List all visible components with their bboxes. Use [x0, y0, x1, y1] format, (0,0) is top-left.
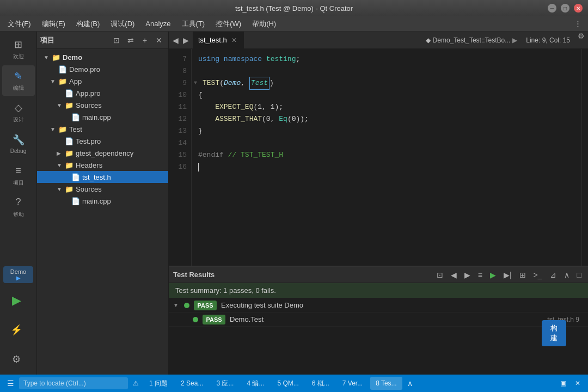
statusbar-tab-issues[interactable]: 1 问题	[144, 377, 173, 390]
sidebar-item-design[interactable]: ◇ 设计	[2, 97, 35, 127]
scrollbar-vertical[interactable]	[581, 49, 588, 266]
proj-add-btn[interactable]: +	[139, 34, 151, 46]
code-content[interactable]: using namespace testing; ▼ TEST(Demo, Te…	[192, 49, 581, 266]
editor-settings-icon[interactable]: ⚙	[574, 32, 588, 48]
kit-selector[interactable]: Demo ▶	[0, 263, 36, 286]
close-button[interactable]: ✕	[574, 4, 583, 13]
proj-filter-btn[interactable]: ⊡	[111, 34, 122, 46]
test-run-icon[interactable]: ▶	[488, 270, 498, 280]
statusbar-tab-tes[interactable]: 8 Tes...	[370, 377, 402, 390]
file-tree: ▼ 📁 Demo ▶ 📄 Demo.pro ▼ 📁 App ▶ 📄 App.pr…	[37, 49, 168, 375]
window-title: tst_test.h (Test @ Demo) - Qt Creator	[235, 4, 353, 13]
sidebar-stop-button[interactable]: ⚙	[0, 345, 33, 373]
tree-item-app-sources[interactable]: ▼ 📁 Sources	[37, 99, 168, 111]
sidebar-item-help[interactable]: ? 帮助	[2, 192, 35, 222]
sidebar-label-projects: 项目	[13, 179, 24, 187]
test-filter-icon[interactable]: ⊡	[434, 270, 445, 280]
sidebar-item-debug[interactable]: 🔧 Debug	[2, 128, 35, 159]
test-maximize-icon[interactable]: □	[575, 270, 584, 280]
statusbar-tab-search[interactable]: 2 Sea...	[175, 377, 209, 390]
tree-item-tst-test[interactable]: ▶ 📄 tst_test.h	[37, 171, 168, 183]
test-run-selected-icon[interactable]: ⊞	[517, 270, 528, 280]
statusbar-container: ☰ ⚠ 1 问题 2 Sea... 3 应... 4 编... 5 QM... …	[0, 375, 588, 392]
statusbar-menu-icon[interactable]: ☰	[4, 377, 17, 389]
statusbar-tab-qm[interactable]: 5 QM...	[272, 377, 304, 390]
tree-item-test-main[interactable]: ▶ 📄 main.cpp	[37, 195, 168, 207]
statusbar-tab-edit[interactable]: 4 编...	[241, 377, 270, 390]
menu-help[interactable]: 帮助(H)	[247, 17, 281, 31]
tree-item-app-main[interactable]: ▶ 📄 main.cpp	[37, 111, 168, 123]
welcome-icon: ⊞	[12, 38, 25, 51]
project-panel: 项目 ⊡ ⇄ + ✕ ▼ 📁 Demo ▶ 📄 Demo.pro ▼ 📁 App	[37, 32, 169, 375]
code-line-7: using namespace testing;	[198, 53, 575, 65]
menu-debug[interactable]: 调试(D)	[105, 17, 140, 31]
statusbar-issues-icon[interactable]: ⚠	[130, 378, 142, 389]
tree-item-app-pro[interactable]: ▶ 📄 App.pro	[37, 87, 168, 99]
test-run-all-icon[interactable]: ▶|	[501, 270, 514, 280]
test-row-suite[interactable]: ▼ PASS Executing test suite Demo	[169, 298, 588, 313]
test-terminal-icon[interactable]: >_	[531, 270, 544, 280]
text-cursor	[198, 163, 199, 171]
icon-sidebar: ⊞ 欢迎 ✎ 编辑 ◇ 设计 🔧 Debug ≡ 项目 ? 帮助 Demo	[0, 32, 37, 375]
statusbar-search-input[interactable]	[19, 377, 128, 389]
statusbar-tab-overview[interactable]: 6 概...	[307, 377, 335, 390]
menu-edit[interactable]: 编辑(E)	[36, 17, 71, 31]
build-button[interactable]: 构建	[542, 320, 566, 346]
suite-status-dot	[184, 303, 189, 308]
project-title: 项目	[40, 35, 108, 45]
test-next-icon[interactable]: ▶	[462, 270, 473, 280]
sidebar-item-projects[interactable]: ≡ 项目	[2, 160, 35, 191]
tree-item-demo[interactable]: ▼ 📁 Demo	[37, 51, 168, 63]
menu-tools[interactable]: 工具(T)	[176, 17, 211, 31]
test-results-panel: Test Results ⊡ ◀ ▶ ≡ ▶ ▶| ⊞ >_ ⊿ ∧ □ Tes…	[169, 266, 588, 375]
menu-file[interactable]: 文件(F)	[2, 17, 36, 31]
menu-settings-icon[interactable]: ⋮	[570, 17, 586, 30]
sidebar-item-welcome[interactable]: ⊞ 欢迎	[2, 34, 35, 64]
breadcrumb-area: ◆ Demo_Test_Test::TestBo... ▶	[421, 32, 522, 48]
sidebar-label-welcome: 欢迎	[13, 53, 24, 60]
breadcrumb-text[interactable]: Demo_Test_Test::TestBo...	[433, 36, 511, 44]
menu-build[interactable]: 构建(B)	[71, 17, 105, 31]
play-icon: ▶	[12, 293, 21, 308]
nav-forward-button[interactable]: ▶	[181, 35, 191, 46]
proj-sync-btn[interactable]: ⇄	[125, 34, 137, 46]
tab-spacer	[244, 32, 421, 48]
suite-status-badge: PASS	[194, 301, 217, 310]
code-line-16	[198, 161, 575, 173]
code-editor[interactable]: 7 8 9 10 11 12 13 14 15 16 using namespa…	[169, 49, 588, 266]
statusbar-tab-app[interactable]: 3 应...	[211, 377, 239, 390]
menu-analyze[interactable]: Analyze	[140, 17, 176, 30]
sidebar-fast-button[interactable]: ⚡	[0, 316, 33, 344]
statusbar-tab-ver[interactable]: 7 Ver...	[337, 377, 368, 390]
statusbar-monitor-icon[interactable]: ▣	[557, 378, 569, 389]
code-line-10: {	[198, 89, 575, 101]
test-status-dot	[193, 317, 198, 322]
menu-controls[interactable]: 控件(W)	[210, 17, 247, 31]
tree-item-test[interactable]: ▼ 📁 Test	[37, 123, 168, 135]
tree-item-test-pro[interactable]: ▶ 📄 Test.pro	[37, 135, 168, 147]
project-toolbar: 项目 ⊡ ⇄ + ✕	[37, 32, 168, 49]
sidebar-item-edit[interactable]: ✎ 编辑	[2, 65, 35, 96]
tree-item-demo-pro[interactable]: ▶ 📄 Demo.pro	[37, 63, 168, 75]
tree-item-app[interactable]: ▼ 📁 App	[37, 75, 168, 87]
test-prev-icon[interactable]: ◀	[449, 270, 459, 280]
test-expand-icon[interactable]: ∧	[562, 270, 572, 280]
tab-tst-test[interactable]: tst_test.h ✕	[193, 32, 244, 48]
test-list-icon[interactable]: ≡	[476, 270, 485, 280]
tab-close-button[interactable]: ✕	[230, 35, 238, 45]
minimize-button[interactable]: ─	[548, 4, 556, 13]
proj-close-btn[interactable]: ✕	[153, 34, 165, 46]
test-filter2-icon[interactable]: ⊿	[548, 270, 559, 280]
maximize-button[interactable]: □	[561, 4, 569, 13]
line-numbers: 7 8 9 10 11 12 13 14 15 16	[169, 49, 192, 266]
tree-item-gtest[interactable]: ▶ 📁 gtest_dependency	[37, 147, 168, 159]
nav-back-button[interactable]: ◀	[171, 35, 180, 46]
nav-arrows: ◀ ▶	[169, 32, 193, 48]
tree-item-headers[interactable]: ▼ 📁 Headers	[37, 159, 168, 171]
sidebar-label-help: 帮助	[13, 211, 24, 218]
tree-item-test-sources[interactable]: ▼ 📁 Sources	[37, 183, 168, 195]
statusbar-close-icon[interactable]: ✕	[572, 378, 584, 389]
statusbar-expand-icon[interactable]: ∧	[405, 377, 415, 389]
sidebar-play-button[interactable]: ▶	[0, 286, 33, 315]
test-row-demo-test[interactable]: ▶ PASS Demo.Test tst_test.h 9	[169, 313, 588, 327]
